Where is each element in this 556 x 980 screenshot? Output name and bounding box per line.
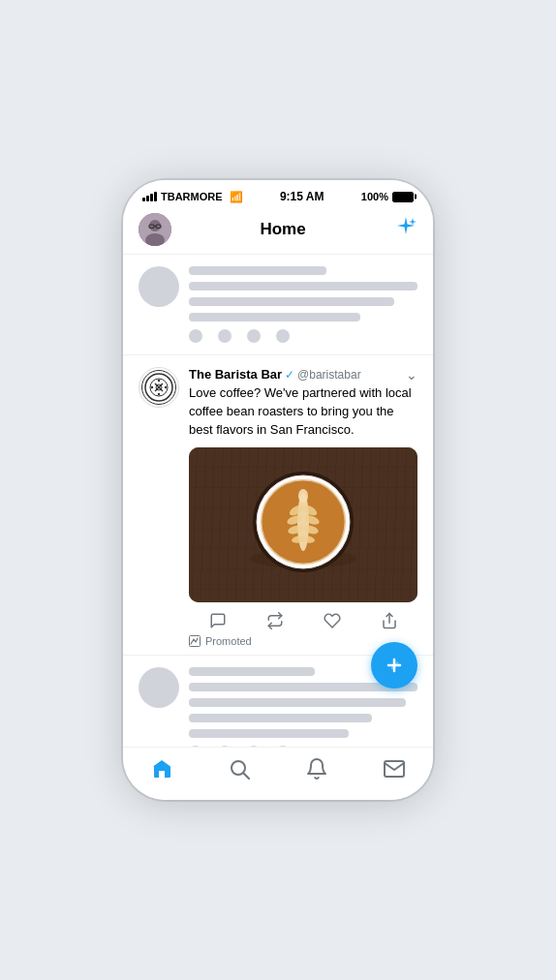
barista-logo [141,370,176,405]
skeleton-line [189,714,372,722]
wifi-icon: 📶 [230,191,243,203]
status-left: TBARMORE 📶 [142,191,243,203]
skeleton-avatar-2 [139,667,179,708]
tweet-body: The Barista Bar ✓ @baristabar ⌄ Love cof… [189,367,417,647]
svg-point-28 [298,489,308,503]
skeleton-content-1 [189,266,417,343]
compose-icon [384,655,405,676]
verified-badge-icon: ✓ [285,368,294,382]
share-action[interactable] [381,612,398,629]
status-time: 9:15 AM [280,190,324,203]
promoted-icon [189,635,201,647]
battery-label: 100% [361,191,388,202]
compose-fab-button[interactable] [371,642,417,689]
svg-point-13 [151,386,153,388]
account-handle: @baristabar [297,368,361,382]
skeleton-avatar-1 [139,266,179,307]
account-name: The Barista Bar [189,367,282,382]
tweet-actions [189,612,417,629]
nav-notifications[interactable] [305,757,328,786]
skeleton-line [189,729,349,738]
tweet-more-icon[interactable]: ⌄ [406,367,417,383]
nav-home[interactable] [150,757,173,786]
skeleton-actions-2 [189,746,417,747]
skeleton-line [189,282,417,291]
status-right: 100% [361,191,414,202]
svg-line-36 [244,774,250,780]
phone-shell: TBARMORE 📶 9:15 AM 100% Home [123,180,433,800]
skeleton-post-1 [123,255,433,355]
nav-search[interactable] [228,757,251,786]
bottom-nav [123,747,433,800]
skeleton-line [189,667,315,676]
feed[interactable]: The Barista Bar ✓ @baristabar ⌄ Love cof… [123,255,433,747]
tweet-text: Love coffee? We've partnered with local … [189,384,417,440]
page-title: Home [260,220,305,239]
svg-point-12 [158,393,160,395]
skeleton-line [189,698,406,707]
like-action[interactable] [324,612,341,629]
promoted-tweet: The Barista Bar ✓ @baristabar ⌄ Love cof… [123,355,433,656]
tweet-user-info: The Barista Bar ✓ @baristabar [189,367,361,382]
skeleton-line [189,297,394,306]
retweet-action[interactable] [266,612,284,629]
battery-icon [392,192,414,202]
tweet-header: The Barista Bar ✓ @baristabar ⌄ [189,367,417,383]
status-bar: TBARMORE 📶 9:15 AM 100% [123,180,433,207]
nav-messages[interactable] [383,757,406,786]
app-header: Home [123,207,433,255]
svg-point-11 [158,380,160,382]
barista-bar-avatar[interactable] [139,367,179,408]
svg-point-14 [165,386,167,388]
coffee-cup-image [240,462,366,588]
avatar-image [139,213,171,246]
carrier-label: TBARMORE [161,191,223,202]
user-avatar[interactable] [139,213,171,246]
comment-action[interactable] [209,612,227,629]
skeleton-line [189,313,360,322]
skeleton-line [189,266,326,275]
signal-bars-icon [142,192,157,201]
battery-fill [393,193,413,201]
skeleton-actions [189,329,417,343]
tweet-image [189,447,417,602]
sparkle-icon[interactable] [394,215,417,244]
promoted-text: Promoted [205,635,252,647]
